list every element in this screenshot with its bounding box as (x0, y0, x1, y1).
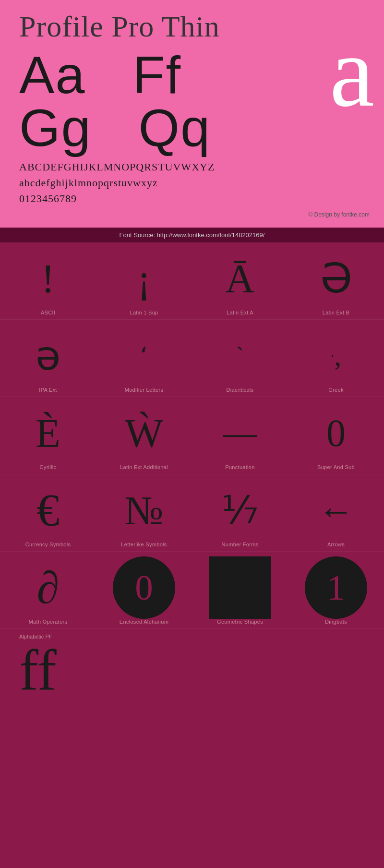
label-currency: Currency Symbols (25, 542, 71, 547)
dark-square-glyph (209, 556, 271, 619)
label-enclosed-alphanum: Enclosed Alphanum (120, 619, 168, 625)
footer-label: Alphabetic PF (19, 634, 384, 639)
large-letter-a: a (330, 29, 374, 115)
label-greek: Greek (328, 387, 343, 393)
sample-row-2: Gg Qq (19, 101, 211, 154)
label-arrows: Arrows (327, 542, 345, 547)
copyright: © Design by fontke.com (19, 211, 370, 218)
cell-diacriticals: ` Diacriticals (192, 320, 288, 397)
label-latin-ext-b: Latin Ext B (323, 310, 350, 315)
cell-punctuation: — Punctuation (192, 397, 288, 474)
alphabet-lower: abcdefghijklmnopqrstuvwxyz (19, 175, 370, 191)
grid-row-1: ! ASCII ¡ Latin 1 Sup Ā Latin Ext A Ə La… (0, 242, 384, 320)
glyph-diacriticals: ` (236, 325, 244, 387)
label-super-sub: Super And Sub (317, 464, 355, 470)
label-latin-ext-add: Latin Ext Additional (120, 464, 168, 470)
label-latin1sup: Latin 1 Sup (130, 310, 158, 315)
dark-circle-0: 0 (113, 556, 175, 619)
sample-pairs: Aa Ff Gg Qq (19, 48, 211, 154)
top-section: Profile Pro Thin Aa Ff Gg Qq a ABCDEFGHI… (0, 0, 384, 228)
cell-greek: ·, Greek (288, 320, 384, 397)
label-number-forms: Number Forms (222, 542, 259, 547)
glyph-math-operators: ∂ (37, 556, 60, 619)
grid-row-3: È Cyrillic Ẁ Latin Ext Additional — Punc… (0, 397, 384, 474)
label-geometric-shapes: Geometric Shapes (217, 619, 263, 625)
cell-cyrillic: È Cyrillic (0, 397, 96, 474)
cell-geometric-shapes: Geometric Shapes (192, 552, 288, 628)
label-diacriticals: Diacriticals (227, 387, 254, 393)
glyph-letterlike: № (124, 479, 163, 542)
cell-latin1sup: ¡ Latin 1 Sup (96, 242, 192, 319)
grid-section: ! ASCII ¡ Latin 1 Sup Ā Latin Ext A Ə La… (0, 242, 384, 629)
grid-row-2: ə IPA Ext ʻ Modifier Letters ` Diacritic… (0, 320, 384, 397)
cell-latin-ext-add: Ẁ Latin Ext Additional (96, 397, 192, 474)
glyph-latin-ext-add: Ẁ (125, 402, 163, 464)
cell-modifier-letters: ʻ Modifier Letters (96, 320, 192, 397)
glyph-latin-ext-a: Ā (225, 247, 254, 310)
cell-latin-ext-b: Ə Latin Ext B (288, 242, 384, 319)
source-bar: Font Source: http://www.fontke.com/font/… (0, 228, 384, 242)
sample-row-1: Aa Ff (19, 48, 211, 101)
cell-latin-ext-a: Ā Latin Ext A (192, 242, 288, 319)
dark-circle-1: 1 (305, 556, 367, 619)
alphabet-upper: ABCDEFGHIJKLMNOPQRSTUVWXYZ (19, 159, 370, 175)
cell-enclosed-alphanum: 0 Enclosed Alphanum (96, 552, 192, 628)
font-title: Profile Pro Thin (19, 10, 370, 44)
label-modifier-letters: Modifier Letters (125, 387, 164, 393)
label-ipa-ext: IPA Ext (39, 387, 57, 393)
glyph-arrows: ← (318, 479, 354, 542)
footer-glyph: ff (19, 642, 384, 699)
label-letterlike: Letterlike Symbols (121, 542, 167, 547)
cell-math-operators: ∂ Math Operators (0, 552, 96, 628)
cell-ascii: ! ASCII (0, 242, 96, 319)
label-math-operators: Math Operators (29, 619, 68, 625)
glyph-super-sub: 0 (326, 402, 346, 464)
cell-dingbats: 1 Dingbats (288, 552, 384, 628)
cell-super-sub: 0 Super And Sub (288, 397, 384, 474)
glyph-currency: € (36, 479, 60, 542)
footer-section: Alphabetic PF ff (0, 629, 384, 714)
glyph-ascii: ! (41, 247, 55, 310)
label-dingbats: Dingbats (325, 619, 347, 625)
cell-currency: € Currency Symbols (0, 474, 96, 551)
cell-ipa-ext: ə IPA Ext (0, 320, 96, 397)
cell-letterlike: № Letterlike Symbols (96, 474, 192, 551)
cell-arrows: ← Arrows (288, 474, 384, 551)
glyph-greek: ·, (331, 325, 342, 387)
glyph-latin1sup: ¡ (137, 247, 151, 310)
glyph-number-forms: ⅐ (221, 479, 259, 542)
glyph-latin-ext-b: Ə (320, 247, 352, 310)
glyph-modifier-letters: ʻ (140, 325, 148, 387)
glyph-punctuation: — (223, 402, 257, 464)
digits: 0123456789 (19, 191, 370, 206)
label-latin-ext-a: Latin Ext A (227, 310, 253, 315)
glyph-cyrillic: È (36, 402, 60, 464)
cell-number-forms: ⅐ Number Forms (192, 474, 288, 551)
alphabet-section: ABCDEFGHIJKLMNOPQRSTUVWXYZ abcdefghijklm… (19, 159, 370, 206)
label-ascii: ASCII (41, 310, 55, 315)
label-punctuation: Punctuation (225, 464, 254, 470)
grid-row-4: € Currency Symbols № Letterlike Symbols … (0, 474, 384, 552)
grid-row-5: ∂ Math Operators 0 Enclosed Alphanum Geo… (0, 552, 384, 629)
label-cyrillic: Cyrillic (40, 464, 57, 470)
glyph-ipa-ext: ə (36, 325, 60, 387)
